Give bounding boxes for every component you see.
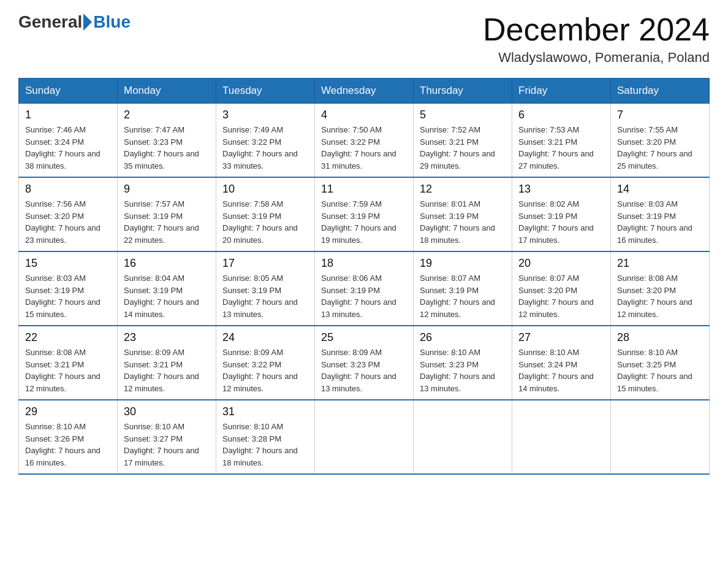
calendar-cell: 13 Sunrise: 8:02 AMSunset: 3:19 PMDaylig…: [512, 177, 611, 251]
calendar-header-row: SundayMondayTuesdayWednesdayThursdayFrid…: [19, 79, 710, 104]
day-info: Sunrise: 7:59 AMSunset: 3:19 PMDaylight:…: [321, 199, 396, 245]
calendar-cell: 8 Sunrise: 7:56 AMSunset: 3:20 PMDayligh…: [19, 177, 118, 251]
calendar-cell: 11 Sunrise: 7:59 AMSunset: 3:19 PMDaylig…: [315, 177, 414, 251]
calendar-header-wednesday: Wednesday: [315, 79, 414, 104]
day-number: 1: [25, 109, 111, 121]
day-info: Sunrise: 8:01 AMSunset: 3:19 PMDaylight:…: [420, 199, 495, 245]
calendar-cell: 22 Sunrise: 8:08 AMSunset: 3:21 PMDaylig…: [19, 326, 118, 400]
day-info: Sunrise: 8:10 AMSunset: 3:26 PMDaylight:…: [25, 422, 100, 467]
day-info: Sunrise: 7:50 AMSunset: 3:22 PMDaylight:…: [321, 125, 396, 170]
calendar-cell: [611, 400, 710, 474]
day-info: Sunrise: 7:53 AMSunset: 3:21 PMDaylight:…: [518, 125, 594, 170]
day-info: Sunrise: 8:09 AMSunset: 3:21 PMDaylight:…: [124, 348, 199, 393]
calendar-cell: 17 Sunrise: 8:05 AMSunset: 3:19 PMDaylig…: [216, 251, 315, 326]
calendar-cell: [414, 400, 512, 474]
day-info: Sunrise: 7:49 AMSunset: 3:22 PMDaylight:…: [222, 125, 298, 170]
calendar-cell: 21 Sunrise: 8:08 AMSunset: 3:20 PMDaylig…: [611, 251, 710, 326]
day-info: Sunrise: 8:10 AMSunset: 3:25 PMDaylight:…: [617, 348, 692, 393]
calendar-cell: 4 Sunrise: 7:50 AMSunset: 3:22 PMDayligh…: [315, 104, 414, 178]
calendar-cell: 3 Sunrise: 7:49 AMSunset: 3:22 PMDayligh…: [216, 104, 315, 178]
day-info: Sunrise: 8:06 AMSunset: 3:19 PMDaylight:…: [321, 274, 396, 319]
calendar-header-saturday: Saturday: [611, 79, 710, 104]
calendar-cell: 2 Sunrise: 7:47 AMSunset: 3:23 PMDayligh…: [118, 104, 216, 178]
calendar-cell: 6 Sunrise: 7:53 AMSunset: 3:21 PMDayligh…: [512, 104, 611, 178]
day-number: 26: [420, 331, 506, 344]
calendar-cell: 10 Sunrise: 7:58 AMSunset: 3:19 PMDaylig…: [216, 177, 315, 251]
day-info: Sunrise: 7:56 AMSunset: 3:20 PMDaylight:…: [25, 199, 100, 245]
day-info: Sunrise: 8:09 AMSunset: 3:23 PMDaylight:…: [321, 348, 396, 393]
calendar-cell: 14 Sunrise: 8:03 AMSunset: 3:19 PMDaylig…: [611, 177, 710, 251]
calendar-cell: 29 Sunrise: 8:10 AMSunset: 3:26 PMDaylig…: [19, 400, 118, 474]
day-info: Sunrise: 8:10 AMSunset: 3:23 PMDaylight:…: [420, 348, 495, 393]
calendar-cell: 28 Sunrise: 8:10 AMSunset: 3:25 PMDaylig…: [611, 326, 710, 400]
day-info: Sunrise: 7:58 AMSunset: 3:19 PMDaylight:…: [222, 199, 298, 245]
day-info: Sunrise: 8:10 AMSunset: 3:28 PMDaylight:…: [222, 422, 298, 467]
day-number: 20: [518, 257, 604, 270]
day-info: Sunrise: 8:10 AMSunset: 3:27 PMDaylight:…: [124, 422, 199, 467]
day-info: Sunrise: 7:47 AMSunset: 3:23 PMDaylight:…: [124, 125, 199, 170]
calendar-cell: 7 Sunrise: 7:55 AMSunset: 3:20 PMDayligh…: [611, 104, 710, 178]
day-info: Sunrise: 8:10 AMSunset: 3:24 PMDaylight:…: [518, 348, 594, 393]
day-number: 5: [420, 109, 506, 121]
day-number: 6: [518, 109, 604, 121]
calendar-cell: 19 Sunrise: 8:07 AMSunset: 3:19 PMDaylig…: [414, 251, 512, 326]
day-number: 11: [321, 183, 407, 196]
day-number: 25: [321, 331, 407, 344]
calendar-header-sunday: Sunday: [19, 79, 118, 104]
day-number: 27: [518, 331, 604, 344]
logo-general-text: General: [18, 12, 82, 32]
day-number: 16: [124, 257, 210, 270]
calendar-cell: 12 Sunrise: 8:01 AMSunset: 3:19 PMDaylig…: [414, 177, 512, 251]
day-info: Sunrise: 7:57 AMSunset: 3:19 PMDaylight:…: [124, 199, 199, 245]
day-number: 15: [25, 257, 111, 270]
day-number: 18: [321, 257, 407, 270]
calendar-header-tuesday: Tuesday: [216, 79, 315, 104]
day-info: Sunrise: 8:04 AMSunset: 3:19 PMDaylight:…: [124, 274, 199, 319]
day-info: Sunrise: 8:05 AMSunset: 3:19 PMDaylight:…: [222, 274, 298, 319]
day-info: Sunrise: 7:52 AMSunset: 3:21 PMDaylight:…: [420, 125, 495, 170]
calendar-header-friday: Friday: [512, 79, 611, 104]
calendar-cell: 18 Sunrise: 8:06 AMSunset: 3:19 PMDaylig…: [315, 251, 414, 326]
calendar-week-row: 8 Sunrise: 7:56 AMSunset: 3:20 PMDayligh…: [19, 177, 710, 251]
day-number: 31: [222, 405, 308, 418]
calendar-header-thursday: Thursday: [414, 79, 512, 104]
day-number: 22: [25, 331, 111, 344]
day-info: Sunrise: 8:08 AMSunset: 3:20 PMDaylight:…: [617, 274, 692, 319]
day-number: 28: [617, 331, 703, 344]
month-title: December 2024: [483, 12, 710, 47]
calendar-cell: 31 Sunrise: 8:10 AMSunset: 3:28 PMDaylig…: [216, 400, 315, 474]
day-number: 4: [321, 109, 407, 121]
day-info: Sunrise: 8:07 AMSunset: 3:20 PMDaylight:…: [518, 274, 594, 319]
calendar-week-row: 1 Sunrise: 7:46 AMSunset: 3:24 PMDayligh…: [19, 104, 710, 178]
calendar-cell: 26 Sunrise: 8:10 AMSunset: 3:23 PMDaylig…: [414, 326, 512, 400]
day-number: 23: [124, 331, 210, 344]
day-number: 9: [124, 183, 210, 196]
day-info: Sunrise: 8:08 AMSunset: 3:21 PMDaylight:…: [25, 348, 100, 393]
day-number: 2: [124, 109, 210, 121]
calendar-cell: 9 Sunrise: 7:57 AMSunset: 3:19 PMDayligh…: [118, 177, 216, 251]
calendar-week-row: 29 Sunrise: 8:10 AMSunset: 3:26 PMDaylig…: [19, 400, 710, 474]
location: Wladyslawowo, Pomerania, Poland: [483, 50, 710, 66]
logo-arrow-icon: [83, 13, 92, 31]
calendar-cell: 1 Sunrise: 7:46 AMSunset: 3:24 PMDayligh…: [19, 104, 118, 178]
day-number: 8: [25, 183, 111, 196]
day-info: Sunrise: 7:46 AMSunset: 3:24 PMDaylight:…: [25, 125, 100, 170]
calendar-cell: 23 Sunrise: 8:09 AMSunset: 3:21 PMDaylig…: [118, 326, 216, 400]
logo: General Blue: [18, 12, 131, 32]
calendar-cell: 30 Sunrise: 8:10 AMSunset: 3:27 PMDaylig…: [118, 400, 216, 474]
day-number: 7: [617, 109, 703, 121]
calendar-cell: [512, 400, 611, 474]
day-number: 17: [222, 257, 308, 270]
logo-blue-text: Blue: [93, 12, 131, 32]
day-number: 24: [222, 331, 308, 344]
day-number: 10: [222, 183, 308, 196]
calendar-week-row: 15 Sunrise: 8:03 AMSunset: 3:19 PMDaylig…: [19, 251, 710, 326]
calendar-week-row: 22 Sunrise: 8:08 AMSunset: 3:21 PMDaylig…: [19, 326, 710, 400]
day-info: Sunrise: 8:09 AMSunset: 3:22 PMDaylight:…: [222, 348, 298, 393]
day-info: Sunrise: 8:03 AMSunset: 3:19 PMDaylight:…: [617, 199, 692, 245]
day-number: 12: [420, 183, 506, 196]
day-number: 21: [617, 257, 703, 270]
day-info: Sunrise: 8:03 AMSunset: 3:19 PMDaylight:…: [25, 274, 100, 319]
day-number: 13: [518, 183, 604, 196]
calendar-cell: 24 Sunrise: 8:09 AMSunset: 3:22 PMDaylig…: [216, 326, 315, 400]
